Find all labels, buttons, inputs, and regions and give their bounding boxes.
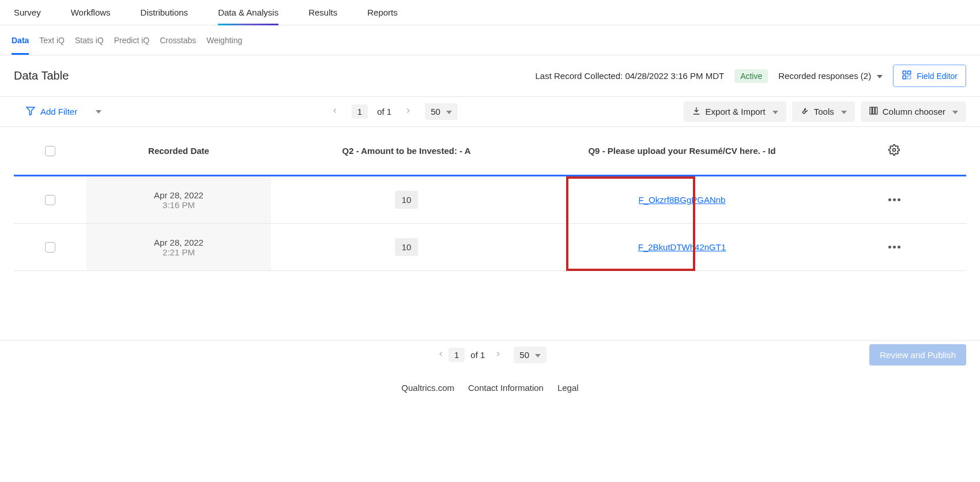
subtab-predict-iq[interactable]: Predict iQ [114,25,149,55]
q2-value: 10 [395,191,419,209]
columns-icon [869,106,878,117]
column-header-recorded-date[interactable]: Recorded Date [86,146,271,156]
pager-page-input[interactable]: 1 [352,104,368,119]
chevron-down-icon [533,350,541,360]
subtab-text-iq[interactable]: Text iQ [39,25,65,55]
chevron-down-icon [875,71,883,81]
page-size-value: 50 [519,350,529,360]
svg-marker-4 [27,107,35,115]
pager-page-input[interactable]: 1 [448,348,465,362]
page-size-select[interactable]: 50 [514,347,546,363]
recorded-responses-label: Recorded responses (2) [778,71,871,81]
field-editor-icon [902,70,912,82]
data-table: Recorded Date Q2 - Amount to be Invested… [0,127,980,271]
pager-next-button[interactable] [401,104,416,119]
footer-link-contact[interactable]: Contact Information [468,383,544,393]
page-title: Data Table [14,69,69,82]
recorded-date-cell: Apr 28, 2022 3:16 PM [86,176,271,223]
column-chooser-label: Column chooser [883,107,945,116]
subtab-stats-iq[interactable]: Stats iQ [75,25,104,55]
add-filter-button[interactable]: Add Filter [25,106,77,118]
bottom-bar: 1 of 1 50 Review and Publish [0,340,980,369]
chevron-down-icon [444,107,452,116]
export-import-button[interactable]: Export & Import [684,101,786,122]
svg-rect-5 [870,107,872,114]
primary-tabs: Survey Workflows Distributions Data & An… [0,0,980,25]
title-bar: Data Table Last Record Collected: 04/28/… [0,55,980,96]
download-icon [692,106,701,117]
pager-prev-button[interactable] [434,348,448,363]
pager-of-label: of 1 [377,107,391,116]
tools-label: Tools [814,107,834,116]
row-checkbox[interactable] [45,195,55,205]
last-record-label: Last Record Collected: 04/28/2022 3:16 P… [535,71,724,81]
tab-workflows[interactable]: Workflows [71,0,111,25]
add-filter-label: Add Filter [40,107,77,116]
field-editor-label: Field Editor [917,71,958,81]
table-row[interactable]: Apr 28, 2022 3:16 PM 10 F_Okzrf8BGgPGANn… [14,176,966,224]
svg-point-8 [893,148,896,151]
column-chooser-button[interactable]: Column chooser [861,101,966,122]
subtab-crosstabs[interactable]: Crosstabs [160,25,196,55]
footer: Qualtrics.com Contact Information Legal [0,369,980,400]
chevron-down-icon [839,107,847,116]
row-actions-button[interactable] [885,242,904,252]
secondary-tabs: Data Text iQ Stats iQ Predict iQ Crossta… [0,25,980,55]
table-toolbar: Add Filter 1 of 1 50 Export & Import Too… [0,96,980,127]
subtab-data[interactable]: Data [12,25,29,55]
svg-rect-6 [872,107,874,114]
chevron-down-icon [770,107,778,116]
chevron-down-icon [950,107,958,116]
tab-survey[interactable]: Survey [14,0,41,25]
svg-rect-0 [903,71,906,74]
file-link[interactable]: F_Okzrf8BGgPGANnb [639,195,726,205]
column-header-q9[interactable]: Q9 - Please upload your Resumé/CV here. … [542,146,822,156]
table-header: Recorded Date Q2 - Amount to be Invested… [14,127,966,176]
review-publish-button[interactable]: Review and Publish [869,344,966,366]
tab-results[interactable]: Results [308,0,337,25]
pager-prev-button[interactable] [327,104,342,119]
tab-reports[interactable]: Reports [367,0,398,25]
recorded-date-cell: Apr 28, 2022 2:21 PM [86,224,271,270]
page-size-value: 50 [431,107,440,116]
pager-of-label: of 1 [470,350,485,360]
status-badge: Active [734,69,768,83]
filter-dropdown-chevron[interactable] [93,107,101,117]
table-row[interactable]: Apr 28, 2022 2:21 PM 10 F_2BkutDTWh42nGT… [14,224,966,271]
page-size-select[interactable]: 50 [425,103,458,120]
svg-rect-1 [908,71,911,74]
footer-link-legal[interactable]: Legal [557,383,579,393]
wrench-icon [800,106,809,117]
pager-next-button[interactable] [491,348,506,363]
export-import-label: Export & Import [706,107,766,116]
tab-data-analysis[interactable]: Data & Analysis [218,0,278,25]
tools-button[interactable]: Tools [792,101,855,122]
recorded-responses-dropdown[interactable]: Recorded responses (2) [778,71,883,81]
funnel-icon [25,106,36,118]
select-all-checkbox[interactable] [45,146,55,156]
svg-rect-7 [875,107,877,114]
tab-distributions[interactable]: Distributions [141,0,189,25]
svg-rect-3 [908,76,911,79]
field-editor-button[interactable]: Field Editor [893,65,966,87]
row-checkbox[interactable] [45,242,55,253]
file-link[interactable]: F_2BkutDTWh42nGT1 [638,242,726,252]
footer-link-qualtrics[interactable]: Qualtrics.com [401,383,454,393]
column-header-q2[interactable]: Q2 - Amount to be Invested: - A [271,146,542,156]
row-actions-button[interactable] [885,195,904,205]
q2-value: 10 [395,238,419,256]
table-settings-button[interactable] [888,144,900,158]
svg-rect-2 [903,76,906,79]
subtab-weighting[interactable]: Weighting [206,25,242,55]
